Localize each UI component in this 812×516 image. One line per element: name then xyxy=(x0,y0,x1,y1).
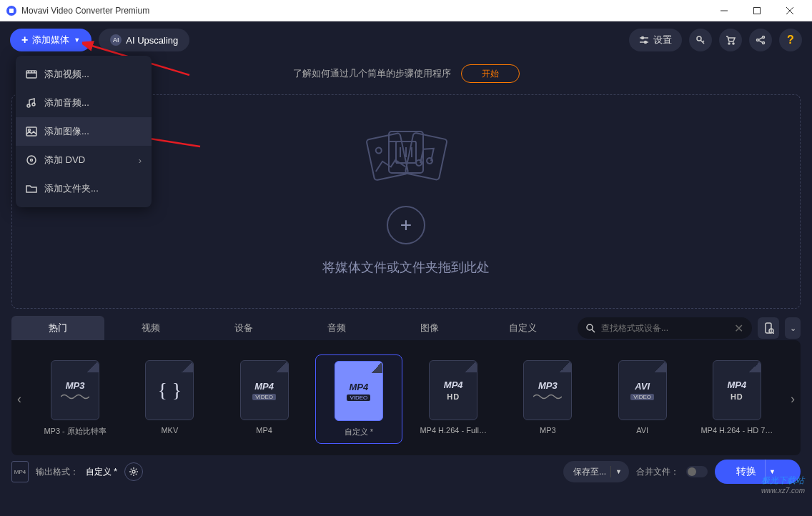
tab-device[interactable]: 设备 xyxy=(197,316,290,340)
tab-label: 热门 xyxy=(49,322,67,334)
format-settings-button[interactable] xyxy=(124,462,143,481)
chevron-down-icon: ⌄ xyxy=(790,324,796,333)
format-list: ‹ MP3MP3 - 原始比特率{ }MKVMP4VIDEOMP4MP4VIDE… xyxy=(11,340,801,455)
svg-point-29 xyxy=(27,156,36,164)
format-card[interactable]: MP4VIDEO自定义 * xyxy=(315,354,402,444)
folder-icon xyxy=(26,183,37,194)
start-button[interactable]: 开始 xyxy=(461,64,520,83)
svg-point-16 xyxy=(757,39,759,41)
plus-icon: + xyxy=(400,214,412,237)
svg-line-49 xyxy=(773,332,774,334)
format-label: MP4 H.264 - HD 7… xyxy=(696,426,778,435)
share-button[interactable] xyxy=(749,29,772,51)
tab-label: 设备 xyxy=(234,322,253,334)
format-card[interactable]: { }MKV xyxy=(126,354,213,444)
add-image-item[interactable]: 添加图像... xyxy=(16,117,152,146)
settings-button[interactable]: 设置 xyxy=(629,29,682,51)
save-to-button[interactable]: 保存至... ▼ xyxy=(563,461,629,482)
format-card[interactable]: MP3MP3 - 原始比特率 xyxy=(31,354,119,444)
bottom-bar: MP4 输出格式： 自定义 * 保存至... ▼ 合并文件： 转换 ▼ xyxy=(0,455,812,488)
format-text: MP4 xyxy=(254,381,274,392)
ai-upscaling-button[interactable]: AI AI Upscaling xyxy=(99,29,189,51)
format-text: MP4 xyxy=(728,379,747,390)
convert-label: 转换 xyxy=(736,465,756,478)
output-format-value: 自定义 * xyxy=(86,466,117,478)
dropdown-label: 添加视频... xyxy=(44,68,89,81)
format-doc-icon: MP4HD xyxy=(713,360,761,420)
svg-rect-47 xyxy=(766,323,771,333)
help-button[interactable]: ? xyxy=(779,29,802,51)
watermark-line2: www.xz7.com xyxy=(761,487,805,495)
tab-popular[interactable]: 热门 xyxy=(11,316,104,340)
format-card[interactable]: MP3MP3 xyxy=(504,354,591,444)
format-tabs: 热门 视频 设备 音频 图像 自定义 ✕ ⌄ xyxy=(0,316,812,340)
maximize-button[interactable] xyxy=(741,0,773,21)
scroll-left-button[interactable]: ‹ xyxy=(11,392,27,407)
tab-image[interactable]: 图像 xyxy=(383,316,476,340)
svg-point-17 xyxy=(763,42,765,44)
detect-device-button[interactable] xyxy=(758,317,779,339)
drop-zone-illustration xyxy=(349,127,463,184)
format-doc-icon: MP4VIDEO xyxy=(335,361,383,421)
merge-toggle[interactable] xyxy=(686,466,708,477)
tab-label: 自定义 xyxy=(509,322,537,334)
add-media-label: 添加媒体 xyxy=(32,34,69,46)
dropdown-label: 添加 DVD xyxy=(44,154,85,167)
svg-line-46 xyxy=(592,329,595,332)
search-input[interactable] xyxy=(601,323,728,333)
svg-rect-1 xyxy=(9,9,14,13)
scroll-right-button[interactable]: › xyxy=(785,392,801,407)
format-label: MP4 xyxy=(223,426,304,435)
svg-point-30 xyxy=(31,159,33,162)
start-label: 开始 xyxy=(482,68,499,80)
dvd-icon xyxy=(26,154,37,166)
cart-button[interactable] xyxy=(719,29,742,51)
chevron-down-icon: ▼ xyxy=(74,36,80,44)
collapse-button[interactable]: ⌄ xyxy=(785,317,801,339)
format-label: AVI xyxy=(602,426,683,435)
svg-rect-27 xyxy=(26,127,36,136)
drop-zone-text: 将媒体文件或文件夹拖到此处 xyxy=(322,259,490,276)
format-card[interactable]: MP4HDMP4 H.264 - HD 7… xyxy=(693,354,781,444)
format-card[interactable]: MP4HDMP4 H.264 - Full… xyxy=(410,354,497,444)
add-folder-item[interactable]: 添加文件夹... xyxy=(16,174,152,203)
search-icon xyxy=(586,324,595,333)
format-label: MP3 - 原始比特率 xyxy=(34,426,116,437)
add-media-button[interactable]: + 添加媒体 ▼ xyxy=(10,29,91,51)
svg-point-45 xyxy=(587,324,593,330)
minimize-button[interactable] xyxy=(708,0,741,21)
format-label: MP3 xyxy=(507,426,588,435)
add-circle-button[interactable]: + xyxy=(387,206,425,244)
add-dvd-item[interactable]: 添加 DVD › xyxy=(16,146,152,174)
format-doc-icon: AVIVIDEO xyxy=(618,360,667,420)
tab-custom[interactable]: 自定义 xyxy=(476,316,569,340)
chevron-down-icon: ▼ xyxy=(615,468,622,475)
svg-point-14 xyxy=(733,43,734,44)
help-icon: ? xyxy=(787,34,794,46)
format-doc-icon: MP4VIDEO xyxy=(240,360,289,420)
format-doc-icon: { } xyxy=(145,360,194,420)
svg-line-18 xyxy=(759,38,763,40)
format-search[interactable]: ✕ xyxy=(578,317,752,339)
svg-point-25 xyxy=(27,104,30,107)
format-text: MP4 xyxy=(444,379,463,390)
clear-search-icon[interactable]: ✕ xyxy=(734,322,743,335)
tab-video[interactable]: 视频 xyxy=(104,316,197,340)
video-icon xyxy=(26,69,37,80)
tutorial-text: 了解如何通过几个简单的步骤使用程序 xyxy=(293,67,451,80)
format-text: MP3 xyxy=(66,380,85,391)
add-audio-item[interactable]: 添加音频... xyxy=(16,89,152,117)
svg-point-9 xyxy=(645,41,647,44)
format-card[interactable]: MP4VIDEOMP4 xyxy=(220,354,307,444)
tab-label: 视频 xyxy=(142,322,160,334)
dropdown-label: 添加图像... xyxy=(44,125,89,138)
add-video-item[interactable]: 添加视频... xyxy=(16,60,152,89)
plus-icon: + xyxy=(21,34,28,46)
format-card[interactable]: AVIVIDEOAVI xyxy=(599,354,686,444)
output-format-label: 输出格式： xyxy=(36,466,79,478)
key-button[interactable] xyxy=(689,29,712,51)
svg-point-50 xyxy=(132,470,135,473)
close-button[interactable] xyxy=(773,0,806,21)
watermark: 极光下载站 www.xz7.com xyxy=(761,475,805,495)
tab-audio[interactable]: 音频 xyxy=(290,316,383,340)
